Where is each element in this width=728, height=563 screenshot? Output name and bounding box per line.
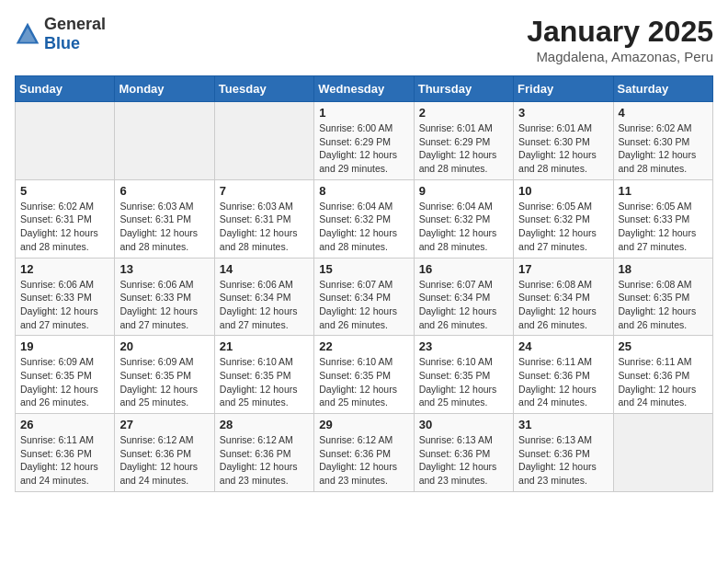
day-number: 22 <box>319 339 408 353</box>
calendar-cell: 14Sunrise: 6:06 AM Sunset: 6:34 PM Dayli… <box>214 258 313 336</box>
week-row-3: 12Sunrise: 6:06 AM Sunset: 6:33 PM Dayli… <box>16 258 713 336</box>
day-number: 5 <box>20 184 109 198</box>
day-info: Sunrise: 6:08 AM Sunset: 6:34 PM Dayligh… <box>518 278 608 332</box>
day-info: Sunrise: 6:12 AM Sunset: 6:36 PM Dayligh… <box>119 433 209 488</box>
calendar-table: SundayMondayTuesdayWednesdayThursdayFrid… <box>15 75 713 492</box>
header: General Blue January 2025 Magdalena, Ama… <box>15 15 713 64</box>
weekday-header-saturday: Saturday <box>613 76 712 102</box>
day-number: 14 <box>220 262 309 276</box>
day-number: 2 <box>419 106 508 120</box>
weekday-header-thursday: Thursday <box>414 76 513 102</box>
calendar-cell <box>613 414 712 492</box>
weekday-header-row: SundayMondayTuesdayWednesdayThursdayFrid… <box>16 76 713 102</box>
day-number: 28 <box>220 418 309 431</box>
title-area: January 2025 Magdalena, Amazonas, Peru <box>527 15 713 64</box>
day-number: 23 <box>419 339 508 353</box>
day-number: 11 <box>619 184 708 198</box>
day-info: Sunrise: 6:13 AM Sunset: 6:36 PM Dayligh… <box>419 433 508 488</box>
day-info: Sunrise: 6:06 AM Sunset: 6:33 PM Dayligh… <box>119 278 209 332</box>
day-number: 26 <box>20 418 109 431</box>
day-number: 1 <box>319 106 408 120</box>
day-number: 9 <box>419 184 508 198</box>
day-number: 31 <box>518 418 608 431</box>
day-info: Sunrise: 6:11 AM Sunset: 6:36 PM Dayligh… <box>619 355 708 409</box>
weekday-header-friday: Friday <box>514 76 613 102</box>
day-number: 10 <box>518 184 608 198</box>
day-info: Sunrise: 6:05 AM Sunset: 6:32 PM Dayligh… <box>518 200 608 254</box>
calendar-cell: 12Sunrise: 6:06 AM Sunset: 6:33 PM Dayli… <box>16 258 115 336</box>
weekday-header-tuesday: Tuesday <box>214 76 313 102</box>
logo-text-general: General <box>44 15 106 33</box>
day-number: 13 <box>119 262 209 276</box>
day-info: Sunrise: 6:09 AM Sunset: 6:35 PM Dayligh… <box>20 355 109 409</box>
calendar-cell: 27Sunrise: 6:12 AM Sunset: 6:36 PM Dayli… <box>115 414 214 492</box>
calendar-cell <box>214 102 313 180</box>
week-row-4: 19Sunrise: 6:09 AM Sunset: 6:35 PM Dayli… <box>16 336 713 414</box>
day-info: Sunrise: 6:10 AM Sunset: 6:35 PM Dayligh… <box>220 355 309 409</box>
day-number: 18 <box>619 262 708 276</box>
calendar-cell: 16Sunrise: 6:07 AM Sunset: 6:34 PM Dayli… <box>414 258 513 336</box>
weekday-header-sunday: Sunday <box>16 76 115 102</box>
day-number: 16 <box>419 262 508 276</box>
day-info: Sunrise: 6:04 AM Sunset: 6:32 PM Dayligh… <box>319 200 408 254</box>
calendar-cell: 9Sunrise: 6:04 AM Sunset: 6:32 PM Daylig… <box>414 179 513 258</box>
calendar-cell: 20Sunrise: 6:09 AM Sunset: 6:35 PM Dayli… <box>115 336 214 414</box>
location-title: Magdalena, Amazonas, Peru <box>527 49 713 64</box>
calendar-cell: 5Sunrise: 6:02 AM Sunset: 6:31 PM Daylig… <box>16 179 115 258</box>
week-row-2: 5Sunrise: 6:02 AM Sunset: 6:31 PM Daylig… <box>16 179 713 258</box>
day-number: 29 <box>319 418 408 431</box>
day-info: Sunrise: 6:03 AM Sunset: 6:31 PM Dayligh… <box>220 200 309 254</box>
day-number: 12 <box>20 262 109 276</box>
calendar-cell: 25Sunrise: 6:11 AM Sunset: 6:36 PM Dayli… <box>613 336 712 414</box>
calendar-cell: 30Sunrise: 6:13 AM Sunset: 6:36 PM Dayli… <box>414 414 513 492</box>
day-info: Sunrise: 6:11 AM Sunset: 6:36 PM Dayligh… <box>20 433 109 488</box>
day-number: 24 <box>518 339 608 353</box>
calendar-cell: 15Sunrise: 6:07 AM Sunset: 6:34 PM Dayli… <box>314 258 414 336</box>
logo: General Blue <box>15 15 106 53</box>
day-number: 7 <box>220 184 309 198</box>
day-number: 4 <box>619 106 708 120</box>
calendar-cell: 22Sunrise: 6:10 AM Sunset: 6:35 PM Dayli… <box>314 336 414 414</box>
day-number: 19 <box>20 339 109 353</box>
calendar-cell: 17Sunrise: 6:08 AM Sunset: 6:34 PM Dayli… <box>514 258 613 336</box>
day-info: Sunrise: 6:02 AM Sunset: 6:30 PM Dayligh… <box>619 121 708 176</box>
day-number: 27 <box>119 418 209 431</box>
day-number: 17 <box>518 262 608 276</box>
calendar-cell: 18Sunrise: 6:08 AM Sunset: 6:35 PM Dayli… <box>613 258 712 336</box>
day-info: Sunrise: 6:07 AM Sunset: 6:34 PM Dayligh… <box>319 278 408 332</box>
calendar-cell: 7Sunrise: 6:03 AM Sunset: 6:31 PM Daylig… <box>214 179 313 258</box>
day-info: Sunrise: 6:01 AM Sunset: 6:29 PM Dayligh… <box>419 121 508 176</box>
day-info: Sunrise: 6:10 AM Sunset: 6:35 PM Dayligh… <box>419 355 508 409</box>
day-info: Sunrise: 6:13 AM Sunset: 6:36 PM Dayligh… <box>518 433 608 488</box>
day-info: Sunrise: 6:07 AM Sunset: 6:34 PM Dayligh… <box>419 278 508 332</box>
day-number: 20 <box>119 339 209 353</box>
calendar-cell: 8Sunrise: 6:04 AM Sunset: 6:32 PM Daylig… <box>314 179 414 258</box>
calendar-cell: 10Sunrise: 6:05 AM Sunset: 6:32 PM Dayli… <box>514 179 613 258</box>
day-number: 25 <box>619 339 708 353</box>
day-info: Sunrise: 6:05 AM Sunset: 6:33 PM Dayligh… <box>619 200 708 254</box>
day-number: 8 <box>319 184 408 198</box>
calendar-cell: 2Sunrise: 6:01 AM Sunset: 6:29 PM Daylig… <box>414 102 513 180</box>
weekday-header-wednesday: Wednesday <box>314 76 414 102</box>
day-info: Sunrise: 6:11 AM Sunset: 6:36 PM Dayligh… <box>518 355 608 409</box>
calendar-cell: 26Sunrise: 6:11 AM Sunset: 6:36 PM Dayli… <box>16 414 115 492</box>
day-info: Sunrise: 6:04 AM Sunset: 6:32 PM Dayligh… <box>419 200 508 254</box>
calendar-cell: 21Sunrise: 6:10 AM Sunset: 6:35 PM Dayli… <box>214 336 313 414</box>
calendar-cell: 1Sunrise: 6:00 AM Sunset: 6:29 PM Daylig… <box>314 102 414 180</box>
day-info: Sunrise: 6:12 AM Sunset: 6:36 PM Dayligh… <box>220 433 309 488</box>
calendar-cell: 28Sunrise: 6:12 AM Sunset: 6:36 PM Dayli… <box>214 414 313 492</box>
day-info: Sunrise: 6:06 AM Sunset: 6:33 PM Dayligh… <box>20 278 109 332</box>
day-number: 30 <box>419 418 508 431</box>
day-number: 21 <box>220 339 309 353</box>
calendar-cell: 13Sunrise: 6:06 AM Sunset: 6:33 PM Dayli… <box>115 258 214 336</box>
day-info: Sunrise: 6:00 AM Sunset: 6:29 PM Dayligh… <box>319 121 408 176</box>
calendar-cell: 23Sunrise: 6:10 AM Sunset: 6:35 PM Dayli… <box>414 336 513 414</box>
logo-text-blue: Blue <box>44 34 80 52</box>
day-info: Sunrise: 6:06 AM Sunset: 6:34 PM Dayligh… <box>220 278 309 332</box>
calendar-cell: 4Sunrise: 6:02 AM Sunset: 6:30 PM Daylig… <box>613 102 712 180</box>
month-title: January 2025 <box>527 15 713 49</box>
day-info: Sunrise: 6:02 AM Sunset: 6:31 PM Dayligh… <box>20 200 109 254</box>
logo-icon <box>15 21 40 47</box>
calendar-cell: 19Sunrise: 6:09 AM Sunset: 6:35 PM Dayli… <box>16 336 115 414</box>
calendar-cell: 6Sunrise: 6:03 AM Sunset: 6:31 PM Daylig… <box>115 179 214 258</box>
